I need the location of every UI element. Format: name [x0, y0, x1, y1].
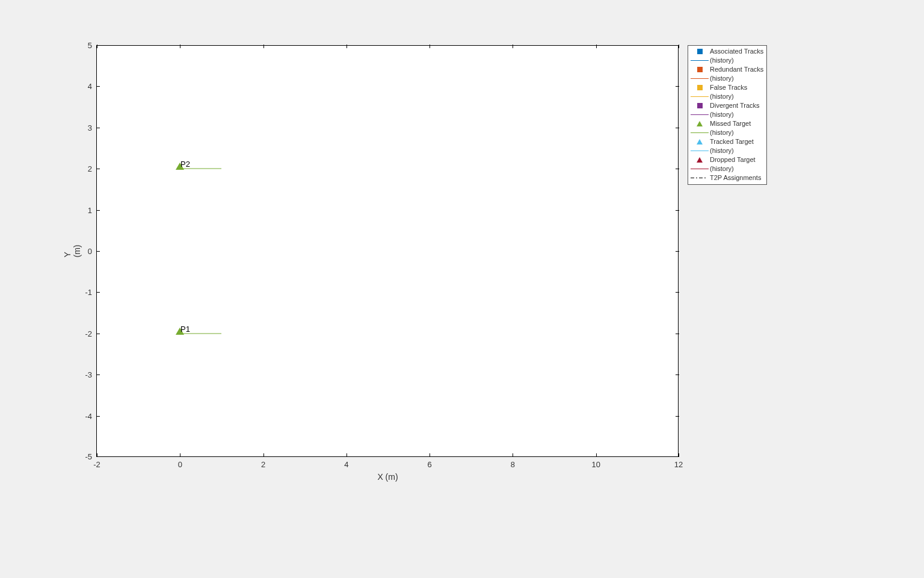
ytick — [96, 292, 100, 293]
line-icon — [691, 129, 709, 137]
xtick-top — [596, 45, 597, 48]
xtick-top — [263, 45, 264, 48]
ytick-label: -4 — [85, 411, 92, 420]
ytick-right — [676, 45, 679, 46]
xtick-top — [346, 45, 347, 48]
legend-item-t2p-assignments[interactable]: T2P Assignments — [691, 173, 764, 182]
xtick-label: -2 — [93, 460, 100, 469]
legend-item-divergent-history[interactable]: (history) — [691, 110, 764, 119]
ytick — [96, 169, 100, 169]
legend-item-false-tracks[interactable]: False Tracks — [691, 83, 764, 92]
legend-label: Divergent Tracks — [710, 101, 760, 110]
legend-label: (history) — [710, 56, 734, 65]
point-label-p2: P2 — [180, 160, 190, 169]
legend-label: Tracked Target — [710, 137, 754, 146]
triangle-icon — [691, 156, 709, 164]
legend-item-dropped-history[interactable]: (history) — [691, 164, 764, 173]
ytick-label: 0 — [88, 247, 92, 256]
line-icon — [691, 165, 709, 173]
legend-item-associated-tracks[interactable]: Associated Tracks — [691, 47, 764, 56]
ytick-label: 4 — [88, 82, 92, 91]
xtick — [596, 453, 597, 457]
ytick-right — [676, 456, 679, 457]
ytick — [96, 416, 100, 417]
ytick-label: 2 — [88, 164, 92, 173]
legend-item-tracked-history[interactable]: (history) — [691, 146, 764, 155]
legend-item-false-history[interactable]: (history) — [691, 92, 764, 101]
legend-label: False Tracks — [710, 83, 747, 92]
xtick-label: 2 — [261, 460, 265, 469]
triangle-icon — [691, 138, 709, 146]
legend-item-tracked-target[interactable]: Tracked Target — [691, 137, 764, 146]
line-icon — [691, 111, 709, 119]
xtick — [346, 453, 347, 457]
square-icon — [691, 66, 709, 74]
ytick — [96, 374, 100, 375]
xtick-label: 8 — [511, 460, 515, 469]
legend-item-redundant-history[interactable]: (history) — [691, 74, 764, 83]
xtick — [263, 453, 264, 457]
xtick-label: 10 — [591, 460, 600, 469]
legend-label: Redundant Tracks — [710, 65, 763, 74]
square-icon — [691, 102, 709, 110]
legend[interactable]: Associated Tracks (history) Redundant Tr… — [688, 45, 767, 185]
ytick-right — [676, 292, 679, 293]
ytick-right — [676, 128, 679, 128]
ytick — [96, 334, 100, 334]
ytick-label: -2 — [85, 329, 92, 338]
legend-label: (history) — [710, 146, 734, 155]
ytick-label: -1 — [85, 288, 92, 297]
dashdot-line-icon — [691, 174, 709, 182]
ytick — [96, 210, 100, 211]
ytick-right — [676, 169, 679, 169]
xtick-label: 0 — [178, 460, 182, 469]
xtick-label: 6 — [428, 460, 432, 469]
ytick — [96, 456, 100, 457]
ytick-right — [676, 416, 679, 417]
triangle-icon — [691, 120, 709, 128]
xtick-top — [430, 45, 430, 48]
legend-item-divergent-tracks[interactable]: Divergent Tracks — [691, 101, 764, 110]
legend-label: (history) — [710, 92, 734, 101]
legend-label: (history) — [710, 164, 734, 173]
ytick-right — [676, 86, 679, 87]
ytick-right — [676, 251, 679, 252]
legend-label: (history) — [710, 74, 734, 83]
line-icon — [691, 93, 709, 101]
legend-item-dropped-target[interactable]: Dropped Target — [691, 155, 764, 164]
legend-label: (history) — [710, 128, 734, 137]
legend-label: T2P Assignments — [710, 173, 761, 182]
ytick-label: -3 — [85, 370, 92, 379]
legend-label: Associated Tracks — [710, 47, 763, 56]
xtick-top — [180, 45, 180, 48]
legend-label: Missed Target — [710, 119, 751, 128]
ytick-label: -5 — [85, 452, 92, 461]
xtick-top — [513, 45, 513, 48]
axes[interactable]: -2 0 2 4 6 8 10 12 5 4 3 2 1 0 -1 -2 -3 … — [96, 45, 679, 457]
xtick-label: 12 — [674, 460, 683, 469]
ytick-right — [676, 210, 679, 211]
x-axis-label: X (m) — [377, 472, 398, 482]
y-axis-label: Y (m) — [63, 244, 82, 257]
ytick — [96, 45, 100, 46]
ytick-right — [676, 334, 679, 334]
ytick — [96, 128, 100, 128]
xtick-label: 4 — [344, 460, 348, 469]
square-icon — [691, 84, 709, 92]
xtick — [180, 453, 180, 457]
axes-top-border — [97, 45, 679, 46]
xtick — [430, 453, 430, 457]
ytick — [96, 86, 100, 87]
xtick — [513, 453, 513, 457]
legend-item-missed-history[interactable]: (history) — [691, 128, 764, 137]
point-label-p1: P1 — [180, 325, 190, 334]
ytick — [96, 251, 100, 252]
legend-label: (history) — [710, 110, 734, 119]
line-icon — [691, 57, 709, 65]
legend-item-redundant-tracks[interactable]: Redundant Tracks — [691, 65, 764, 74]
ytick-label: 5 — [88, 41, 92, 50]
line-icon — [691, 147, 709, 155]
legend-item-associated-history[interactable]: (history) — [691, 56, 764, 65]
legend-item-missed-target[interactable]: Missed Target — [691, 119, 764, 128]
line-icon — [691, 75, 709, 83]
